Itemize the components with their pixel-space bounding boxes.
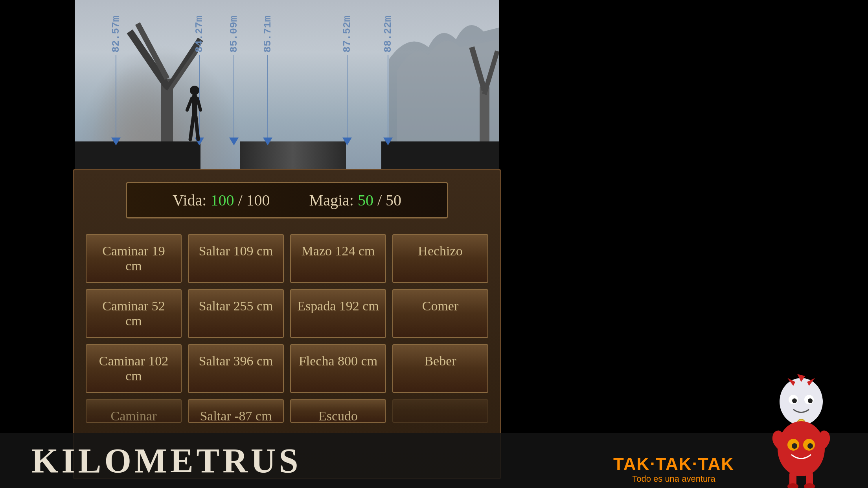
svg-line-15 — [190, 117, 193, 139]
player-character — [185, 84, 204, 143]
svg-point-20 — [792, 398, 797, 403]
svg-point-17 — [780, 378, 823, 425]
svg-point-34 — [804, 483, 815, 488]
magia-stat: Magia: 50 / 50 — [309, 191, 401, 209]
game-title: KILOMETRUS — [31, 441, 301, 481]
action-comer[interactable]: Comer — [392, 289, 488, 338]
action-caminar-102[interactable]: Caminar 102 cm — [86, 344, 182, 393]
left-black-panel — [0, 0, 75, 488]
distance-marker-4: 85.71m — [262, 16, 274, 145]
svg-point-29 — [792, 443, 797, 449]
distance-marker-1: 82.57m — [110, 16, 122, 145]
ground-platforms — [75, 141, 499, 173]
svg-line-14 — [197, 98, 200, 110]
action-caminar-19[interactable]: Caminar 19 cm — [86, 234, 182, 283]
svg-rect-9 — [240, 141, 346, 173]
distance-marker-6: 88.22m — [382, 16, 394, 145]
action-saltar-109[interactable]: Saltar 109 cm — [188, 234, 284, 283]
vida-stat: Vida: 100 / 100 — [173, 191, 270, 209]
distance-marker-3: 85.09m — [228, 16, 240, 145]
svg-rect-8 — [75, 141, 200, 173]
action-saltar-255[interactable]: Saltar 255 cm — [188, 289, 284, 338]
action-flecha-800[interactable]: Flecha 800 cm — [290, 344, 386, 393]
actions-grid: Caminar 19 cm Saltar 109 cm Mazo 124 cm … — [74, 218, 500, 431]
action-hechizo[interactable]: Hechizo — [392, 234, 488, 283]
svg-line-16 — [196, 117, 198, 139]
stats-bar: Vida: 100 / 100 Magia: 50 / 50 — [126, 182, 448, 218]
action-saltar-neg87[interactable]: Saltar -87 cm — [188, 399, 284, 423]
mascot-character — [758, 370, 844, 488]
action-escudo[interactable]: Escudo — [290, 399, 386, 423]
action-beber[interactable]: Beber — [392, 344, 488, 393]
action-espada-192[interactable]: Espada 192 cm — [290, 289, 386, 338]
action-caminar-52[interactable]: Caminar 52 cm — [86, 289, 182, 338]
svg-point-30 — [807, 443, 813, 449]
svg-point-11 — [190, 86, 199, 95]
svg-point-33 — [787, 483, 798, 488]
svg-point-21 — [808, 398, 813, 403]
action-mazo-124[interactable]: Mazo 124 cm — [290, 234, 386, 283]
svg-point-23 — [778, 421, 825, 476]
action-empty — [392, 399, 488, 423]
bottom-bar: KILOMETRUS — [0, 433, 868, 488]
action-caminar-x[interactable]: Caminar — [86, 399, 182, 423]
svg-rect-10 — [381, 141, 499, 173]
distance-marker-5: 87.52m — [341, 16, 353, 145]
tak-branding: TAK·TAK·TAK Todo es una aventura — [613, 454, 734, 484]
svg-line-13 — [187, 98, 192, 110]
action-saltar-396[interactable]: Saltar 396 cm — [188, 344, 284, 393]
